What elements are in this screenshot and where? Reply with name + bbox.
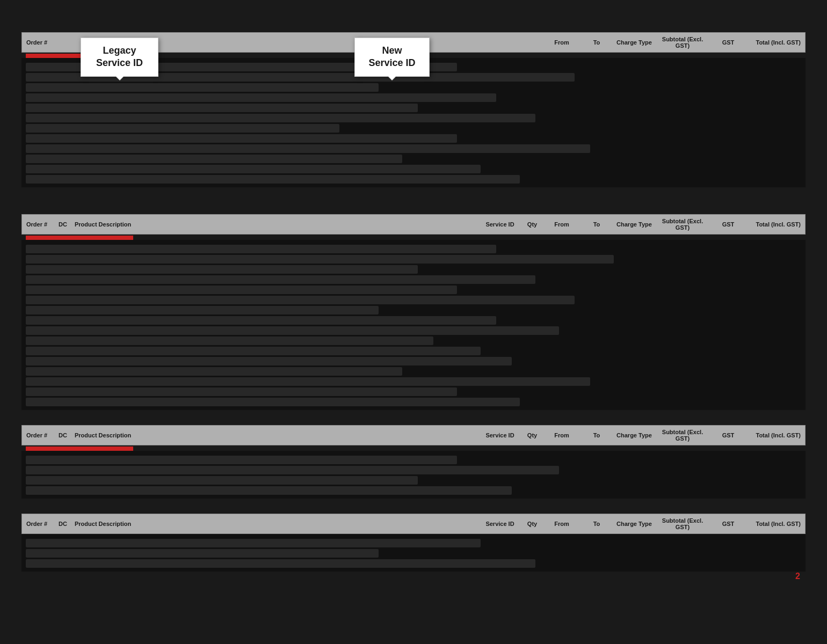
t4-col-order: Order # — [26, 521, 59, 527]
col-total-1: Total (Incl. GST) — [747, 39, 801, 46]
t3-col-serviceid: Service ID — [478, 432, 521, 438]
t3-col-total: Total (Incl. GST) — [747, 432, 801, 438]
t2-col-serviceid: Service ID — [478, 221, 521, 228]
red-accent-bar-3 — [26, 447, 133, 451]
t4-col-dc: DC — [59, 521, 75, 527]
t4-col-serviceid: Service ID — [478, 521, 521, 527]
t3-col-to: To — [581, 432, 613, 438]
t3-col-charge: Charge Type — [613, 432, 656, 438]
section4-content — [21, 534, 806, 572]
t2-col-gst: GST — [709, 221, 747, 228]
t4-col-to: To — [581, 521, 613, 527]
table2-section: Order # DC Product Description Service I… — [21, 214, 806, 410]
t2-col-dc: DC — [59, 221, 75, 228]
col-from-1: From — [543, 39, 581, 46]
red-accent-bar-2 — [26, 236, 133, 240]
section2-content — [21, 240, 806, 410]
t2-col-subtotal: Subtotal (Excl. GST) — [656, 218, 709, 231]
t2-col-to: To — [581, 221, 613, 228]
col-charge-1: Charge Type — [613, 39, 656, 46]
t3-col-dc: DC — [59, 432, 75, 438]
t4-col-subtotal: Subtotal (Excl. GST) — [656, 517, 709, 530]
col-gst-1: GST — [709, 39, 747, 46]
t4-col-from: From — [543, 521, 581, 527]
t3-col-order: Order # — [26, 432, 59, 438]
t3-col-from: From — [543, 432, 581, 438]
t4-col-qty: Qty — [521, 521, 543, 527]
table2-header: Order # DC Product Description Service I… — [21, 214, 806, 235]
section1-content — [21, 58, 806, 187]
col-order-1: Order # — [26, 39, 59, 46]
t2-col-desc: Product Description — [75, 221, 478, 228]
t2-col-from: From — [543, 221, 581, 228]
t2-col-total: Total (Incl. GST) — [747, 221, 801, 228]
t4-col-gst: GST — [709, 521, 747, 527]
table4-header: Order # DC Product Description Service I… — [21, 514, 806, 534]
table4-section: Order # DC Product Description Service I… — [21, 514, 806, 572]
tooltip-new-service-id: New Service ID — [354, 38, 430, 77]
t2-col-qty: Qty — [521, 221, 543, 228]
t3-col-gst: GST — [709, 432, 747, 438]
t2-col-order: Order # — [26, 221, 59, 228]
page-number: 2 — [795, 572, 800, 581]
t4-col-total: Total (Incl. GST) — [747, 521, 801, 527]
col-subtotal-1: Subtotal (Excl. GST) — [656, 36, 709, 49]
col-to-1: To — [581, 39, 613, 46]
table3-section: Order # DC Product Description Service I… — [21, 425, 806, 499]
t3-col-desc: Product Description — [75, 432, 478, 438]
t3-col-qty: Qty — [521, 432, 543, 438]
table3-header: Order # DC Product Description Service I… — [21, 425, 806, 445]
t2-col-charge: Charge Type — [613, 221, 656, 228]
t4-col-charge: Charge Type — [613, 521, 656, 527]
t3-col-subtotal: Subtotal (Excl. GST) — [656, 429, 709, 442]
tooltip-legacy-service-id: Legacy Service ID — [81, 38, 158, 77]
t4-col-desc: Product Description — [75, 521, 478, 527]
section3-content — [21, 451, 806, 499]
